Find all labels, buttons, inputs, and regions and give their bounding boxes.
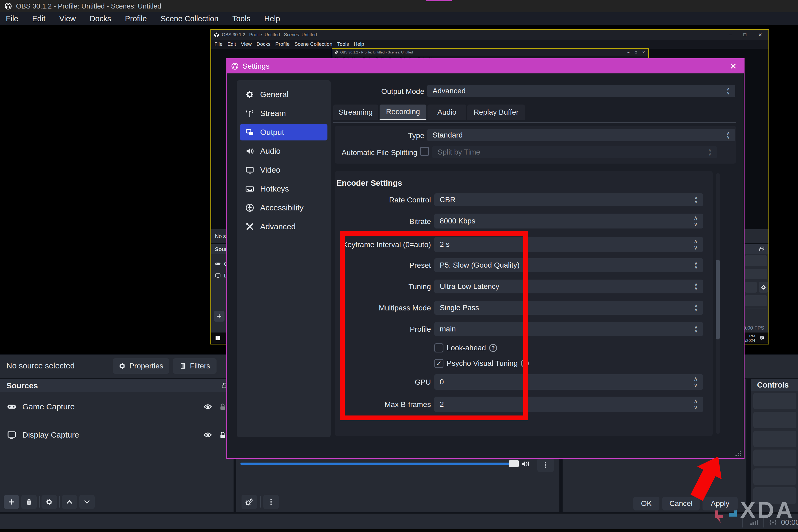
max-bframes-spinbox[interactable]: 2 xyxy=(434,397,703,412)
menu-view[interactable]: View xyxy=(59,14,76,23)
menu-profile[interactable]: Profile xyxy=(125,14,147,23)
preset-select[interactable]: P5: Slow (Good Quality) xyxy=(434,258,703,272)
scrollbar-thumb[interactable] xyxy=(716,260,720,339)
controls-button[interactable] xyxy=(753,412,796,428)
menu-tools[interactable]: Tools xyxy=(232,14,250,23)
remove-source-button[interactable] xyxy=(21,495,37,509)
visibility-eye-icon[interactable] xyxy=(203,402,212,411)
visibility-eye-icon[interactable] xyxy=(203,431,212,439)
nested-menu-help[interactable]: Help xyxy=(354,41,364,47)
nested-menu-view[interactable]: View xyxy=(241,41,252,47)
move-source-down-button[interactable] xyxy=(79,495,95,509)
volume-slider-handle[interactable] xyxy=(509,460,519,467)
sidebar-item-advanced[interactable]: Advanced xyxy=(240,218,327,235)
psycho-visual-tuning-checkbox[interactable]: ✓ xyxy=(434,359,443,368)
add-source-button[interactable] xyxy=(4,495,19,509)
nested2-restore-button[interactable]: □ xyxy=(635,50,637,54)
filters-button[interactable]: Filters xyxy=(173,358,216,374)
type-select[interactable]: Standard xyxy=(427,129,735,141)
move-source-up-button[interactable] xyxy=(62,495,77,509)
sidebar-item-video[interactable]: Video xyxy=(240,162,327,178)
nested-close-button[interactable]: ✕ xyxy=(758,32,762,38)
lock-icon-unlocked[interactable] xyxy=(218,403,227,411)
tab-label: Replay Buffer xyxy=(474,108,518,116)
obs-logo-icon xyxy=(334,50,338,54)
resize-grip[interactable] xyxy=(734,450,741,456)
tab-streaming[interactable]: Streaming xyxy=(333,104,378,120)
nested-restore-button[interactable]: □ xyxy=(743,32,746,38)
settings-close-button[interactable]: ✕ xyxy=(730,61,737,71)
notification-icon[interactable] xyxy=(759,335,765,341)
sidebar-item-label: Hotkeys xyxy=(260,184,289,193)
sidebar-item-general[interactable]: General xyxy=(240,86,327,103)
menu-scene-collection[interactable]: Scene Collection xyxy=(161,14,218,23)
nested-controls-row[interactable] xyxy=(745,255,767,266)
help-icon[interactable]: ? xyxy=(489,344,497,352)
controls-button[interactable] xyxy=(753,469,796,485)
speaker-icon[interactable] xyxy=(520,459,530,469)
nested-controls-row[interactable] xyxy=(745,282,757,292)
screens-icon xyxy=(245,128,254,137)
source-row-display-capture[interactable]: Display Capture xyxy=(0,426,233,443)
nested-menu-file[interactable]: File xyxy=(214,41,223,47)
monitor-icon xyxy=(7,430,17,440)
mixer-menu-button[interactable] xyxy=(263,495,279,509)
sidebar-item-stream[interactable]: Stream xyxy=(240,105,327,121)
tab-audio[interactable]: Audio xyxy=(428,104,466,120)
tuning-select[interactable]: Ultra Low Latency xyxy=(434,280,703,293)
controls-button[interactable] xyxy=(753,431,796,447)
gpu-spinbox[interactable]: 0 xyxy=(434,374,703,390)
sidebar-item-accessibility[interactable]: Accessibility xyxy=(240,200,327,216)
help-icon[interactable]: ? xyxy=(521,359,529,367)
apply-button[interactable]: Apply xyxy=(703,497,738,510)
source-row-game-capture[interactable]: Game Capture xyxy=(0,398,233,415)
nested-menu-tools[interactable]: Tools xyxy=(337,41,349,47)
tab-recording[interactable]: Recording xyxy=(380,104,426,120)
tuning-label: Tuning xyxy=(333,283,431,291)
keyframe-interval-spinbox[interactable]: 2 s xyxy=(434,237,703,252)
sidebar-item-hotkeys[interactable]: Hotkeys xyxy=(240,180,327,197)
auto-split-checkbox[interactable] xyxy=(420,147,429,156)
cancel-button[interactable]: Cancel xyxy=(662,497,700,510)
nested2-minimize-button[interactable]: – xyxy=(627,50,629,54)
multipass-mode-select[interactable]: Single Pass xyxy=(434,301,703,315)
menu-docks[interactable]: Docks xyxy=(90,14,111,23)
source-properties-button[interactable] xyxy=(41,495,57,509)
output-mode-select[interactable]: Advanced xyxy=(427,85,735,97)
properties-button[interactable]: Properties xyxy=(113,358,169,374)
plus-icon xyxy=(216,313,222,320)
ok-button[interactable]: OK xyxy=(633,497,660,510)
tab-replay-buffer[interactable]: Replay Buffer xyxy=(467,104,525,120)
nested-controls-row[interactable] xyxy=(745,269,767,279)
rate-control-select[interactable]: CBR xyxy=(434,193,703,206)
nested-controls-row[interactable] xyxy=(745,295,767,306)
lookahead-checkbox[interactable] xyxy=(434,343,443,353)
nested-settings-button[interactable] xyxy=(759,282,768,292)
pop-out-icon[interactable] xyxy=(758,246,765,253)
sidebar-item-audio[interactable]: Audio xyxy=(240,143,327,159)
nested-menu-docks[interactable]: Docks xyxy=(256,41,270,47)
mixer-item-menu-button[interactable] xyxy=(537,458,554,472)
nested2-close-button[interactable]: ✕ xyxy=(642,50,645,54)
volume-slider-track[interactable] xyxy=(241,462,510,465)
nested-menu-edit[interactable]: Edit xyxy=(227,41,236,47)
nested2-window-title: OBS 30.1.2 - Profile: Untitled - Scenes:… xyxy=(340,50,413,54)
controls-button[interactable] xyxy=(753,450,796,466)
nested-minimize-button[interactable]: – xyxy=(729,32,732,38)
controls-button[interactable] xyxy=(753,393,796,410)
menu-file[interactable]: File xyxy=(6,14,18,23)
nested-menu-profile[interactable]: Profile xyxy=(275,41,290,47)
advanced-audio-properties-button[interactable] xyxy=(242,495,257,509)
auto-split-select[interactable]: Split by Time xyxy=(432,146,717,158)
sidebar-item-output[interactable]: Output xyxy=(240,124,327,140)
menu-help[interactable]: Help xyxy=(264,14,280,23)
toolbar-divider xyxy=(39,496,40,508)
windows-start-icon[interactable] xyxy=(215,335,221,341)
menu-edit[interactable]: Edit xyxy=(32,14,45,23)
bitrate-label: Bitrate xyxy=(333,217,431,226)
lock-icon-locked[interactable] xyxy=(218,431,227,439)
nested-add-source-button[interactable] xyxy=(214,311,225,322)
nested-menu-scene-collection[interactable]: Scene Collection xyxy=(294,41,332,47)
bitrate-spinbox[interactable]: 8000 Kbps xyxy=(434,214,703,228)
profile-select[interactable]: main xyxy=(434,322,703,336)
